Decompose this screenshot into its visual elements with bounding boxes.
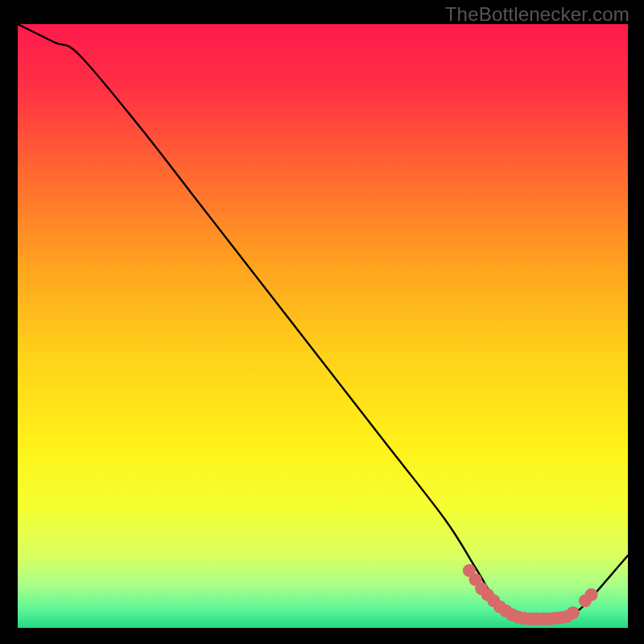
chart-frame: TheBottlenecker.com — [0, 0, 644, 644]
watermark-text: TheBottlenecker.com — [445, 3, 630, 26]
marker-dot — [567, 606, 580, 619]
marker-dot — [585, 588, 598, 601]
bottleneck-chart — [0, 0, 644, 644]
plot-background — [18, 24, 628, 628]
